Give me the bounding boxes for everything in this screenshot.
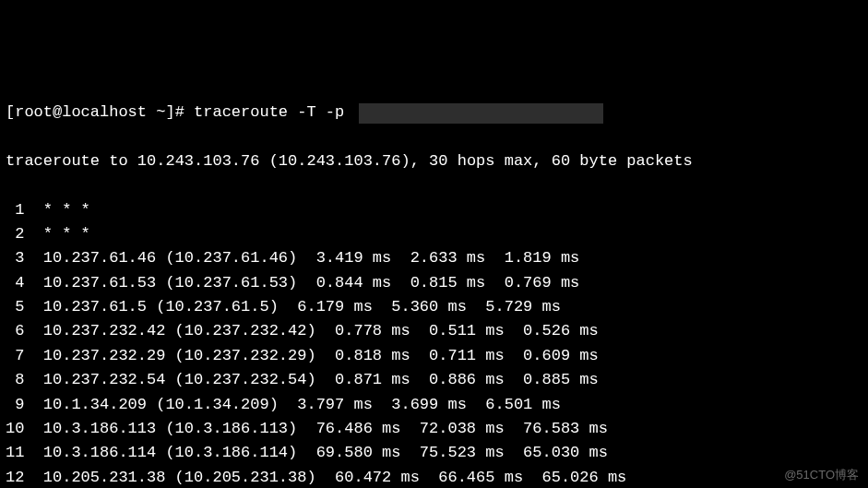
hop-number: 9: [6, 393, 24, 417]
hop-line: 8 10.237.232.54 (10.237.232.54) 0.871 ms…: [6, 368, 862, 392]
hop-line: 11 10.3.186.114 (10.3.186.114) 69.580 ms…: [6, 441, 862, 465]
hop-data: 10.3.186.114 (10.3.186.114) 69.580 ms 75…: [24, 444, 608, 461]
hop-data: * * *: [24, 201, 89, 219]
redacted-argument: [359, 103, 603, 124]
hop-line: 7 10.237.232.29 (10.237.232.29) 0.818 ms…: [6, 344, 862, 368]
hop-number: 8: [6, 368, 24, 392]
hop-line: 4 10.237.61.53 (10.237.61.53) 0.844 ms 0…: [6, 271, 862, 295]
hop-line: 9 10.1.34.209 (10.1.34.209) 3.797 ms 3.6…: [6, 393, 862, 417]
prompt-user-host: [root@localhost ~]#: [6, 101, 194, 125]
hop-data: * * *: [24, 225, 89, 243]
hop-number: 1: [6, 198, 24, 222]
hop-data: 10.237.61.53 (10.237.61.53) 0.844 ms 0.8…: [24, 274, 579, 292]
hop-line: 2 * * *: [6, 222, 862, 246]
hop-number: 10: [6, 417, 24, 441]
command-text: traceroute -T -p: [194, 101, 353, 125]
hop-number: 6: [6, 319, 24, 343]
hop-data: 10.237.232.42 (10.237.232.42) 0.778 ms 0…: [24, 322, 598, 339]
hop-line: 10 10.3.186.113 (10.3.186.113) 76.486 ms…: [6, 417, 862, 441]
hop-data: 10.205.231.38 (10.205.231.38) 60.472 ms …: [24, 469, 626, 486]
hop-number: 5: [6, 295, 24, 319]
hop-data: 10.237.232.29 (10.237.232.29) 0.818 ms 0…: [24, 347, 598, 364]
hop-line: 3 10.237.61.46 (10.237.61.46) 3.419 ms 2…: [6, 246, 862, 270]
hop-line: 12 10.205.231.38 (10.205.231.38) 60.472 …: [6, 466, 862, 488]
hop-number: 2: [6, 222, 24, 246]
traceroute-output: 1 * * *2 * * *3 10.237.61.46 (10.237.61.…: [6, 198, 862, 488]
terminal-prompt-line[interactable]: [root@localhost ~]# traceroute -T -p: [6, 101, 862, 125]
hop-number: 7: [6, 344, 24, 368]
hop-data: 10.237.61.5 (10.237.61.5) 6.179 ms 5.360…: [24, 298, 561, 315]
hop-line: 5 10.237.61.5 (10.237.61.5) 6.179 ms 5.3…: [6, 295, 862, 319]
hop-data: 10.237.232.54 (10.237.232.54) 0.871 ms 0…: [24, 371, 598, 388]
hop-number: 12: [6, 466, 24, 488]
hop-data: 10.237.61.46 (10.237.61.46) 3.419 ms 2.6…: [24, 249, 579, 267]
hop-number: 3: [6, 246, 24, 270]
hop-number: 11: [6, 441, 24, 465]
traceroute-summary: traceroute to 10.243.103.76 (10.243.103.…: [6, 149, 862, 173]
watermark-text: @51CTO博客: [784, 466, 859, 484]
hop-data: 10.3.186.113 (10.3.186.113) 76.486 ms 72…: [24, 420, 608, 437]
hop-data: 10.1.34.209 (10.1.34.209) 3.797 ms 3.699…: [24, 396, 561, 413]
hop-line: 6 10.237.232.42 (10.237.232.42) 0.778 ms…: [6, 319, 862, 343]
hop-number: 4: [6, 271, 24, 295]
hop-line: 1 * * *: [6, 198, 862, 222]
